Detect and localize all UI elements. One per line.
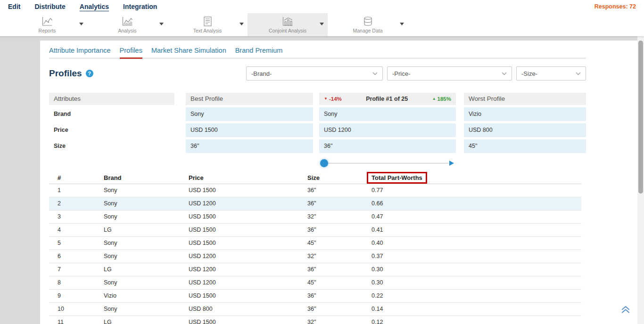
cell-number: 6: [49, 250, 95, 263]
cell-total-part-worths: 0.37: [363, 250, 581, 263]
profile-counter: Profile #1 of 25: [366, 93, 408, 105]
slider-handle[interactable]: [320, 159, 328, 167]
slider-next-arrow-icon[interactable]: [449, 161, 454, 166]
toolbar-item-analysis[interactable]: Analysis: [87, 13, 167, 36]
profile-slider[interactable]: [320, 159, 454, 167]
tab-attribute-importance[interactable]: Attribute Importance: [49, 47, 111, 58]
cell-total-part-worths: 0.30: [363, 276, 581, 289]
best-profile-values: SonyUSD 150036": [186, 107, 313, 153]
table-body: 1SonyUSD 150036"0.772SonyUSD 120036"0.66…: [49, 184, 581, 324]
topnav-item-distribute[interactable]: Distribute: [34, 3, 65, 10]
toolbar-item-label: Analysis: [118, 28, 136, 33]
page-title: Profiles: [49, 68, 82, 79]
topnav-items: EditDistributeAnalyticsIntegration: [8, 3, 171, 10]
scroll-to-top-button[interactable]: [620, 305, 631, 314]
price-dropdown[interactable]: -Price-: [387, 66, 512, 81]
column-header-number: #: [49, 174, 95, 181]
size-dropdown[interactable]: -Size-: [516, 66, 586, 81]
area-chart-icon: [122, 16, 133, 26]
cell-size: 32": [299, 316, 363, 324]
attributes-column: Attributes BrandPriceSize: [49, 93, 174, 167]
worst-profile-values: VizioUSD 80045": [464, 107, 586, 153]
table-row-7[interactable]: 7LGUSD 120036"0.30: [49, 263, 581, 276]
topnav-item-edit[interactable]: Edit: [8, 3, 20, 10]
topnav-item-analytics[interactable]: Analytics: [80, 3, 109, 10]
column-header-size: Size: [299, 174, 363, 181]
current-profile-header: ▼-14% Profile #1 of 25 ▲185%: [319, 93, 456, 105]
cell-number: 5: [49, 237, 95, 250]
cell-total-part-worths: 0.41: [363, 224, 581, 236]
table-row-1[interactable]: 1SonyUSD 150036"0.77: [49, 184, 581, 197]
responses-count[interactable]: Responses: 72: [594, 3, 636, 10]
section-tabs: Attribute ImportanceProfilesMarket Share…: [49, 40, 586, 58]
profiles-table: #BrandPriceSizeTotal Part-Worths 1SonyUS…: [49, 172, 581, 324]
table-row-4[interactable]: 4LGUSD 150036"0.41: [49, 224, 581, 237]
cell-size: 36": [299, 197, 363, 210]
worst-profile-value: USD 800: [464, 123, 586, 137]
topnav-item-integration[interactable]: Integration: [123, 3, 157, 10]
toolbar-item-label: Conjoint Analysis: [269, 28, 306, 33]
cell-number: 4: [49, 224, 95, 236]
toolbar-item-reports[interactable]: Reports: [7, 13, 87, 36]
attribute-label: Price: [49, 123, 174, 137]
cell-number: 2: [49, 197, 95, 210]
analytics-toolbar: ReportsAnalysisText AnalysisConjoint Ana…: [0, 13, 644, 36]
scrollbar-thumb[interactable]: [638, 40, 643, 194]
best-profile-header: Best Profile: [186, 93, 313, 105]
cell-brand: Sony: [95, 276, 180, 289]
caret-down-icon[interactable]: [400, 23, 404, 25]
caret-down-icon[interactable]: [159, 23, 164, 25]
help-icon[interactable]: ?: [86, 70, 93, 77]
cell-size: 36": [299, 303, 363, 316]
table-row-8[interactable]: 8SonyUSD 120045"0.30: [49, 276, 581, 290]
cell-price: USD 1500: [180, 211, 299, 223]
best-profile-value: Sony: [186, 107, 313, 121]
cell-number: 9: [49, 290, 95, 302]
cell-price: USD 800: [180, 303, 299, 316]
caret-down-icon[interactable]: [79, 23, 83, 25]
content-area: Attribute ImportanceProfilesMarket Share…: [40, 40, 637, 324]
chevron-down-icon: [502, 72, 507, 75]
toolbar-item-manage-data[interactable]: Manage Data: [328, 13, 408, 36]
attribute-labels: BrandPriceSize: [49, 107, 174, 153]
column-header-price: Price: [180, 174, 299, 181]
increase-value: 185%: [438, 93, 451, 105]
caret-down-icon[interactable]: [320, 23, 324, 25]
caret-down-icon[interactable]: [239, 23, 244, 25]
chevron-down-icon: [372, 72, 378, 75]
table-row-5[interactable]: 5SonyUSD 150045"0.40: [49, 237, 581, 250]
cell-size: 36": [299, 184, 363, 197]
toolbar-item-conjoint-analysis[interactable]: Conjoint Analysis: [248, 13, 328, 36]
tab-brand-premium[interactable]: Brand Premium: [235, 47, 283, 58]
table-row-3[interactable]: 3SonyUSD 150032"0.47: [49, 211, 581, 224]
toolbar-item-text-analysis[interactable]: Text Analysis: [167, 13, 248, 36]
table-row-10[interactable]: 10SonyUSD 80036"0.14: [49, 303, 581, 316]
cell-price: USD 1500: [180, 184, 299, 197]
column-header-total-part-worths: Total Part-Worths: [363, 172, 581, 184]
cell-total-part-worths: 0.14: [363, 303, 581, 316]
cell-brand: LG: [95, 263, 180, 276]
toolbar-item-label: Text Analysis: [193, 28, 222, 33]
current-profile-value: USD 1200: [319, 123, 456, 137]
cell-size: 45": [299, 237, 363, 250]
current-profile-value: Sony: [319, 107, 456, 121]
cell-total-part-worths: 0.66: [363, 197, 581, 210]
table-row-11[interactable]: 11LGUSD 150032"0.12: [49, 316, 581, 324]
cell-size: 32": [299, 211, 363, 223]
cell-price: USD 1500: [180, 224, 299, 236]
tab-market-share-simulation[interactable]: Market Share Simulation: [151, 47, 226, 58]
table-row-2[interactable]: 2SonyUSD 120036"0.66: [49, 197, 581, 211]
worst-profile-value: 45": [464, 139, 586, 153]
column-header-brand: Brand: [95, 174, 180, 181]
current-profile-values: SonyUSD 120036": [319, 107, 456, 153]
line-chart-icon: [42, 16, 53, 26]
current-profile-column: ▼-14% Profile #1 of 25 ▲185% SonyUSD 120…: [319, 93, 456, 167]
worst-profile-column: Worst Profile VizioUSD 80045": [464, 93, 586, 167]
table-row-6[interactable]: 6SonyUSD 120032"0.37: [49, 250, 581, 263]
cell-price: USD 1200: [180, 263, 299, 276]
brand-dropdown[interactable]: -Brand-: [246, 66, 383, 81]
table-row-9[interactable]: 9VizioUSD 150036"0.22: [49, 290, 581, 303]
tab-profiles[interactable]: Profiles: [120, 47, 142, 58]
cell-size: 45": [299, 276, 363, 289]
cell-price: USD 1500: [180, 316, 299, 324]
